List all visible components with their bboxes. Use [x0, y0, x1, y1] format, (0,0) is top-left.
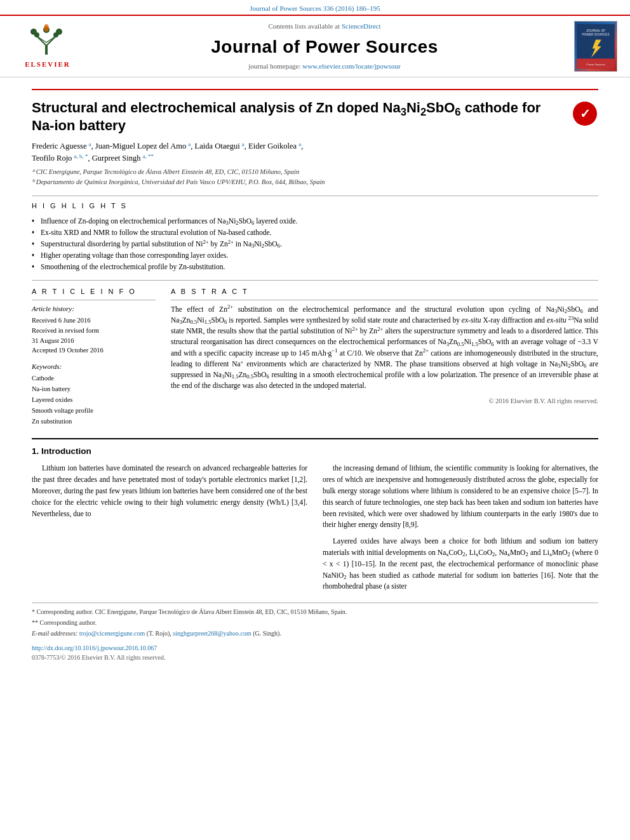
authors-line: Frederic Aguesse a, Juan-Miguel Lopez de…: [32, 140, 598, 164]
elsevier-logo: ELSEVIER: [13, 23, 83, 69]
svg-point-8: [34, 32, 39, 37]
two-column-info-abstract: A R T I C L E I N F O Article history: R…: [32, 280, 598, 427]
footnote-corresponding2: ** Corresponding author.: [32, 618, 598, 627]
article-info-column: A R T I C L E I N F O Article history: R…: [32, 287, 156, 427]
svg-point-9: [53, 32, 58, 37]
contents-line: Contents lists available at ScienceDirec…: [83, 22, 566, 31]
highlight-item: Higher operating voltage than those corr…: [32, 250, 598, 261]
journal-title: Journal of Power Sources: [83, 34, 566, 59]
footnote-emails: E-mail addresses: trojo@cicenergigune.co…: [32, 629, 598, 638]
elsevier-logo-area: ELSEVIER: [13, 23, 83, 69]
abstract-column: A B S T R A C T The effect of Zn2+ subst…: [171, 287, 598, 427]
svg-point-11: [44, 24, 49, 32]
crossmark-icon: ✓: [573, 102, 597, 126]
abstract-text: The effect of Zn2+ substitution on the e…: [171, 304, 598, 392]
intro-two-col: Lithium ion batteries have dominated the…: [32, 463, 598, 592]
highlight-item: Smoothening of the electrochemical profi…: [32, 261, 598, 272]
affiliation-a: ᵃ CIC Energigune, Parque Tecnológico de …: [32, 167, 598, 177]
header-right: JOURNAL OF POWER SOURCES Power Sources: [566, 21, 617, 72]
highlights-list: Influence of Zn-doping on electrochemica…: [32, 215, 598, 272]
email-rojo[interactable]: trojo@cicenergigune.com: [79, 630, 145, 637]
section-heading-intro: 1. Introduction: [32, 446, 598, 458]
svg-text:Power Sources: Power Sources: [586, 63, 605, 66]
svg-text:JOURNAL OF: JOURNAL OF: [586, 30, 605, 33]
elsevier-text-label: ELSEVIER: [25, 60, 70, 69]
homepage-line: journal homepage: www.elsevier.com/locat…: [83, 62, 566, 71]
section-title: Introduction: [41, 446, 91, 456]
footnote-corresponding1: * Corresponding author. CIC Energigune, …: [32, 607, 598, 617]
doi-link[interactable]: http://dx.doi.org/10.1016/j.jpowsour.201…: [32, 644, 157, 651]
received-revised-date: Received in revised form31 August 2016: [32, 326, 156, 346]
doi-line: http://dx.doi.org/10.1016/j.jpowsour.201…: [32, 643, 598, 653]
keyword-cathode: Cathode: [32, 373, 156, 384]
history-title: Article history:: [32, 304, 156, 314]
header-band: ELSEVIER Contents lists available at Sci…: [0, 15, 630, 77]
highlights-heading: H I G H L I G H T S: [32, 201, 598, 211]
highlight-item: Influence of Zn-doping on electrochemica…: [32, 215, 598, 227]
keywords-section: Keywords: Cathode Na-ion battery Layered…: [32, 362, 156, 427]
section-number: 1.: [32, 446, 39, 456]
intro-text-right: the increasing demand of lithium, the sc…: [323, 463, 598, 531]
keywords-title: Keywords:: [32, 362, 156, 371]
svg-rect-1: [45, 46, 48, 55]
intro-text-right-2: Layered oxides have always been a choice…: [323, 536, 598, 592]
abstract-heading: A B S T R A C T: [171, 287, 598, 300]
crossmark-badge: ✓: [573, 102, 598, 127]
received-date: Received 6 June 2016: [32, 316, 156, 326]
highlights-section: H I G H L I G H T S Influence of Zn-dopi…: [32, 196, 598, 272]
affiliation-b: ᵇ Departamento de Química Inorgánica, Un…: [32, 177, 598, 187]
svg-text:POWER SOURCES: POWER SOURCES: [582, 34, 609, 37]
email-singh[interactable]: singhgurpreet268@yahoo.com: [173, 630, 251, 637]
elsevier-icon: [21, 23, 75, 58]
highlight-item: Superstructural disordering by partial s…: [32, 238, 598, 250]
issn-line: 0378-7753/© 2016 Elsevier B.V. All right…: [32, 653, 598, 662]
header-center: Contents lists available at ScienceDirec…: [83, 22, 566, 71]
red-divider-top: [32, 89, 598, 90]
main-content: Structural and electrochemical analysis …: [0, 77, 630, 662]
journal-citation: Journal of Power Sources 336 (2016) 186–…: [250, 4, 380, 12]
sciencedirect-link[interactable]: ScienceDirect: [342, 22, 381, 30]
intro-section: 1. Introduction Lithium ion batteries ha…: [32, 438, 598, 592]
copyright-line: © 2016 Elsevier B.V. All rights reserved…: [171, 397, 598, 406]
affiliations: ᵃ CIC Energigune, Parque Tecnológico de …: [32, 167, 598, 187]
svg-text:✓: ✓: [580, 107, 591, 121]
article-info-heading: A R T I C L E I N F O: [32, 287, 156, 300]
intro-col-right: the increasing demand of lithium, the sc…: [323, 463, 598, 592]
intro-col-left: Lithium ion batteries have dominated the…: [32, 463, 307, 592]
highlight-item: Ex-situ XRD and NMR to follow the struct…: [32, 227, 598, 238]
homepage-url[interactable]: www.elsevier.com/locate/jpowsour: [302, 62, 400, 70]
keyword-smooth: Smooth voltage profile: [32, 406, 156, 417]
keyword-zn: Zn substitution: [32, 417, 156, 427]
article-title-section: Structural and electrochemical analysis …: [32, 99, 598, 134]
article-title: Structural and electrochemical analysis …: [32, 99, 573, 134]
journal-top-bar: Journal of Power Sources 336 (2016) 186–…: [0, 0, 630, 15]
keyword-naion: Na-ion battery: [32, 384, 156, 395]
journal-cover-image: JOURNAL OF POWER SOURCES Power Sources: [574, 21, 617, 72]
article-history: Article history: Received 6 June 2016 Re…: [32, 304, 156, 356]
page-wrapper: Journal of Power Sources 336 (2016) 186–…: [0, 0, 630, 662]
accepted-date: Accepted 19 October 2016: [32, 345, 156, 356]
keyword-layered: Layered oxides: [32, 395, 156, 406]
intro-text-left: Lithium ion batteries have dominated the…: [32, 463, 307, 519]
footnotes-area: * Corresponding author. CIC Energigune, …: [32, 603, 598, 662]
